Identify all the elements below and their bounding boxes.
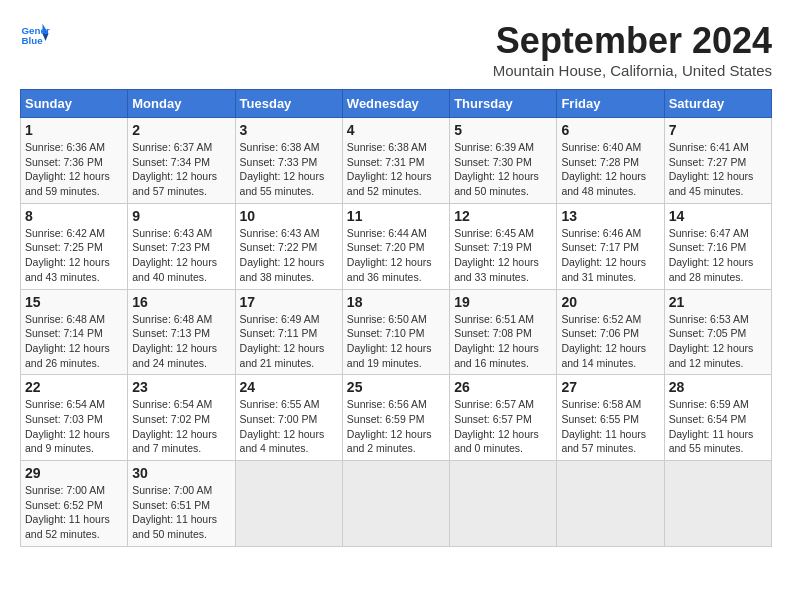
day-number: 18	[347, 294, 445, 310]
day-info: Sunrise: 6:51 AMSunset: 7:08 PMDaylight:…	[454, 312, 552, 371]
calendar-cell: 28Sunrise: 6:59 AMSunset: 6:54 PMDayligh…	[664, 375, 771, 461]
day-number: 26	[454, 379, 552, 395]
day-info: Sunrise: 6:42 AMSunset: 7:25 PMDaylight:…	[25, 226, 123, 285]
day-info: Sunrise: 7:00 AMSunset: 6:51 PMDaylight:…	[132, 483, 230, 542]
calendar-cell: 16Sunrise: 6:48 AMSunset: 7:13 PMDayligh…	[128, 289, 235, 375]
day-header-sunday: Sunday	[21, 90, 128, 118]
day-number: 29	[25, 465, 123, 481]
day-number: 6	[561, 122, 659, 138]
calendar-cell	[342, 461, 449, 547]
day-number: 16	[132, 294, 230, 310]
calendar-cell: 6Sunrise: 6:40 AMSunset: 7:28 PMDaylight…	[557, 118, 664, 204]
calendar-cell: 14Sunrise: 6:47 AMSunset: 7:16 PMDayligh…	[664, 203, 771, 289]
day-header-friday: Friday	[557, 90, 664, 118]
day-number: 15	[25, 294, 123, 310]
calendar-cell: 18Sunrise: 6:50 AMSunset: 7:10 PMDayligh…	[342, 289, 449, 375]
day-info: Sunrise: 6:54 AMSunset: 7:03 PMDaylight:…	[25, 397, 123, 456]
calendar-cell: 13Sunrise: 6:46 AMSunset: 7:17 PMDayligh…	[557, 203, 664, 289]
day-info: Sunrise: 6:59 AMSunset: 6:54 PMDaylight:…	[669, 397, 767, 456]
calendar-cell: 12Sunrise: 6:45 AMSunset: 7:19 PMDayligh…	[450, 203, 557, 289]
calendar-cell: 5Sunrise: 6:39 AMSunset: 7:30 PMDaylight…	[450, 118, 557, 204]
day-number: 27	[561, 379, 659, 395]
calendar-cell: 22Sunrise: 6:54 AMSunset: 7:03 PMDayligh…	[21, 375, 128, 461]
day-header-tuesday: Tuesday	[235, 90, 342, 118]
calendar-week-3: 15Sunrise: 6:48 AMSunset: 7:14 PMDayligh…	[21, 289, 772, 375]
day-number: 24	[240, 379, 338, 395]
day-number: 3	[240, 122, 338, 138]
day-info: Sunrise: 6:47 AMSunset: 7:16 PMDaylight:…	[669, 226, 767, 285]
header: General Blue General Blue September 2024…	[20, 20, 772, 79]
day-info: Sunrise: 6:58 AMSunset: 6:55 PMDaylight:…	[561, 397, 659, 456]
day-info: Sunrise: 6:37 AMSunset: 7:34 PMDaylight:…	[132, 140, 230, 199]
calendar-cell	[557, 461, 664, 547]
calendar-cell	[450, 461, 557, 547]
logo: General Blue General Blue	[20, 20, 50, 50]
day-number: 21	[669, 294, 767, 310]
day-number: 4	[347, 122, 445, 138]
day-info: Sunrise: 6:36 AMSunset: 7:36 PMDaylight:…	[25, 140, 123, 199]
day-number: 8	[25, 208, 123, 224]
calendar-cell: 20Sunrise: 6:52 AMSunset: 7:06 PMDayligh…	[557, 289, 664, 375]
calendar-cell: 25Sunrise: 6:56 AMSunset: 6:59 PMDayligh…	[342, 375, 449, 461]
calendar-table: SundayMondayTuesdayWednesdayThursdayFrid…	[20, 89, 772, 547]
calendar-cell: 3Sunrise: 6:38 AMSunset: 7:33 PMDaylight…	[235, 118, 342, 204]
day-number: 23	[132, 379, 230, 395]
svg-text:Blue: Blue	[22, 35, 44, 46]
calendar-cell: 8Sunrise: 6:42 AMSunset: 7:25 PMDaylight…	[21, 203, 128, 289]
day-header-thursday: Thursday	[450, 90, 557, 118]
day-number: 22	[25, 379, 123, 395]
day-info: Sunrise: 6:38 AMSunset: 7:31 PMDaylight:…	[347, 140, 445, 199]
day-number: 2	[132, 122, 230, 138]
day-number: 10	[240, 208, 338, 224]
logo-icon: General Blue	[20, 20, 50, 50]
day-info: Sunrise: 6:44 AMSunset: 7:20 PMDaylight:…	[347, 226, 445, 285]
calendar-cell: 27Sunrise: 6:58 AMSunset: 6:55 PMDayligh…	[557, 375, 664, 461]
day-info: Sunrise: 6:41 AMSunset: 7:27 PMDaylight:…	[669, 140, 767, 199]
day-number: 11	[347, 208, 445, 224]
month-title: September 2024	[493, 20, 772, 62]
day-number: 9	[132, 208, 230, 224]
day-number: 14	[669, 208, 767, 224]
day-info: Sunrise: 6:49 AMSunset: 7:11 PMDaylight:…	[240, 312, 338, 371]
day-info: Sunrise: 6:45 AMSunset: 7:19 PMDaylight:…	[454, 226, 552, 285]
day-number: 25	[347, 379, 445, 395]
calendar-cell: 21Sunrise: 6:53 AMSunset: 7:05 PMDayligh…	[664, 289, 771, 375]
calendar-cell: 24Sunrise: 6:55 AMSunset: 7:00 PMDayligh…	[235, 375, 342, 461]
calendar-cell: 7Sunrise: 6:41 AMSunset: 7:27 PMDaylight…	[664, 118, 771, 204]
day-number: 28	[669, 379, 767, 395]
calendar-cell	[235, 461, 342, 547]
day-number: 5	[454, 122, 552, 138]
day-info: Sunrise: 6:54 AMSunset: 7:02 PMDaylight:…	[132, 397, 230, 456]
day-info: Sunrise: 6:48 AMSunset: 7:13 PMDaylight:…	[132, 312, 230, 371]
day-number: 19	[454, 294, 552, 310]
day-header-saturday: Saturday	[664, 90, 771, 118]
calendar-cell: 10Sunrise: 6:43 AMSunset: 7:22 PMDayligh…	[235, 203, 342, 289]
calendar-week-4: 22Sunrise: 6:54 AMSunset: 7:03 PMDayligh…	[21, 375, 772, 461]
day-number: 12	[454, 208, 552, 224]
day-info: Sunrise: 6:56 AMSunset: 6:59 PMDaylight:…	[347, 397, 445, 456]
calendar-week-1: 1Sunrise: 6:36 AMSunset: 7:36 PMDaylight…	[21, 118, 772, 204]
day-number: 7	[669, 122, 767, 138]
calendar-cell: 17Sunrise: 6:49 AMSunset: 7:11 PMDayligh…	[235, 289, 342, 375]
day-header-monday: Monday	[128, 90, 235, 118]
day-info: Sunrise: 6:57 AMSunset: 6:57 PMDaylight:…	[454, 397, 552, 456]
day-header-wednesday: Wednesday	[342, 90, 449, 118]
day-info: Sunrise: 6:43 AMSunset: 7:23 PMDaylight:…	[132, 226, 230, 285]
day-info: Sunrise: 7:00 AMSunset: 6:52 PMDaylight:…	[25, 483, 123, 542]
day-info: Sunrise: 6:38 AMSunset: 7:33 PMDaylight:…	[240, 140, 338, 199]
day-number: 1	[25, 122, 123, 138]
calendar-cell: 19Sunrise: 6:51 AMSunset: 7:08 PMDayligh…	[450, 289, 557, 375]
day-info: Sunrise: 6:55 AMSunset: 7:00 PMDaylight:…	[240, 397, 338, 456]
location: Mountain House, California, United State…	[493, 62, 772, 79]
calendar-week-5: 29Sunrise: 7:00 AMSunset: 6:52 PMDayligh…	[21, 461, 772, 547]
day-info: Sunrise: 6:43 AMSunset: 7:22 PMDaylight:…	[240, 226, 338, 285]
day-info: Sunrise: 6:48 AMSunset: 7:14 PMDaylight:…	[25, 312, 123, 371]
calendar-cell: 29Sunrise: 7:00 AMSunset: 6:52 PMDayligh…	[21, 461, 128, 547]
day-info: Sunrise: 6:39 AMSunset: 7:30 PMDaylight:…	[454, 140, 552, 199]
calendar-week-2: 8Sunrise: 6:42 AMSunset: 7:25 PMDaylight…	[21, 203, 772, 289]
calendar-cell: 2Sunrise: 6:37 AMSunset: 7:34 PMDaylight…	[128, 118, 235, 204]
day-number: 20	[561, 294, 659, 310]
calendar-cell: 15Sunrise: 6:48 AMSunset: 7:14 PMDayligh…	[21, 289, 128, 375]
calendar-cell: 4Sunrise: 6:38 AMSunset: 7:31 PMDaylight…	[342, 118, 449, 204]
calendar-cell	[664, 461, 771, 547]
